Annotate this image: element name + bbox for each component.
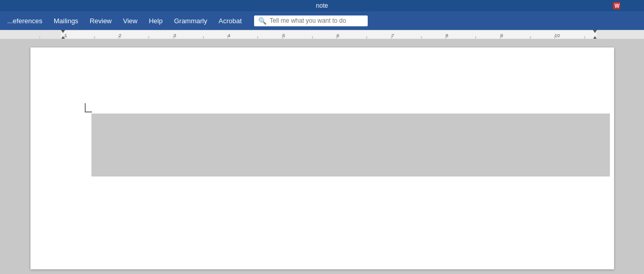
title-bar: note W	[0, 0, 644, 11]
svg-text:10: 10	[555, 33, 560, 38]
svg-rect-35	[0, 30, 61, 39]
ruler: // We'll generate ticks inline via templ…	[0, 30, 644, 39]
svg-text:1: 1	[65, 33, 67, 38]
menu-item-mailings[interactable]: Mailings	[49, 15, 84, 27]
svg-text:2: 2	[119, 33, 121, 38]
svg-text:6: 6	[337, 33, 339, 38]
search-input[interactable]	[270, 17, 363, 24]
svg-text:9: 9	[500, 33, 503, 38]
svg-text:7: 7	[391, 33, 394, 38]
search-area[interactable]: 🔍	[254, 15, 368, 26]
svg-text:3: 3	[174, 33, 176, 38]
office-logo-icon: W	[613, 1, 634, 10]
content-block	[91, 114, 610, 176]
menu-bar: ...eferences Mailings Review View Help G…	[0, 11, 644, 30]
menu-item-acrobat[interactable]: Acrobat	[213, 15, 247, 27]
svg-rect-2	[0, 30, 644, 39]
menu-item-view[interactable]: View	[118, 15, 143, 27]
menu-item-help[interactable]: Help	[144, 15, 168, 27]
search-icon: 🔍	[258, 17, 266, 25]
menu-item-grammarly[interactable]: Grammarly	[169, 15, 212, 27]
title-bar-right: W	[603, 0, 644, 11]
ruler-svg: // We'll generate ticks inline via templ…	[0, 30, 644, 39]
svg-text:W: W	[615, 3, 620, 9]
cursor-indent-marker	[85, 103, 92, 112]
document-area	[0, 39, 644, 274]
word-logo: W	[603, 0, 644, 11]
menu-item-references[interactable]: ...eferences	[2, 15, 48, 27]
menu-item-review[interactable]: Review	[85, 15, 117, 27]
svg-rect-36	[596, 30, 644, 39]
document-title: note	[316, 2, 328, 9]
svg-text:8: 8	[446, 33, 448, 38]
svg-text:4: 4	[228, 33, 230, 38]
svg-text:5: 5	[282, 33, 285, 38]
document-page[interactable]	[30, 47, 614, 269]
